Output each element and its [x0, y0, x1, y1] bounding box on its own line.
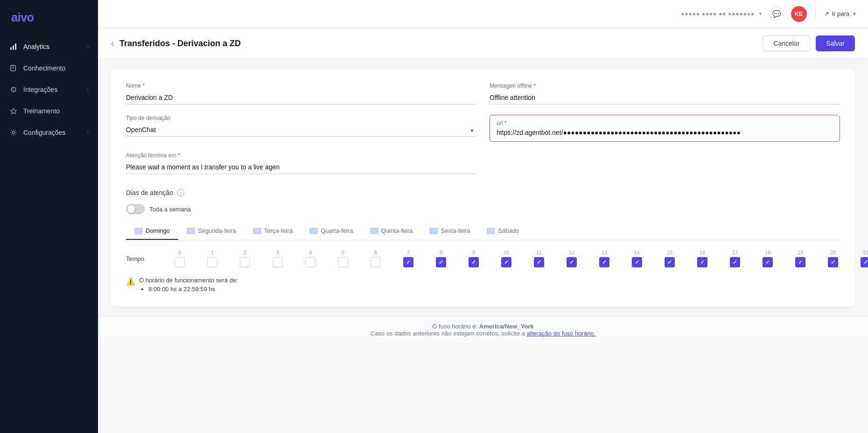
time-col-15: 15 [653, 250, 686, 267]
toggle-knob [127, 205, 135, 213]
domingo-tab-icon [134, 228, 143, 234]
time-checkbox-12[interactable] [567, 257, 577, 267]
tipo-select-wrapper: OpenChat Zendesk Freshdesk ▼ [126, 124, 476, 137]
account-name: ●●●●● ●●●● ●● ●●●●●●● [681, 10, 755, 17]
sidebar-item-conhecimento[interactable]: Conhecimento [0, 57, 98, 79]
tab-quinta[interactable]: Quinta-feira [362, 223, 421, 240]
time-checkbox-16[interactable] [697, 257, 707, 267]
tab-quarta[interactable]: Quarta-feira [301, 223, 361, 240]
sidebar-item-analytics[interactable]: Analytics › [0, 36, 98, 57]
ir-para-button[interactable]: ↗ Ir para ▼ [824, 10, 857, 17]
time-num-14: 14 [634, 250, 640, 255]
segunda-tab-icon [187, 228, 195, 234]
time-checkbox-7[interactable] [403, 257, 413, 267]
tab-sabado[interactable]: Sábado [478, 223, 527, 240]
time-checkbox-5[interactable] [338, 257, 348, 267]
form-group-url: url * [490, 115, 840, 142]
time-checkbox-4[interactable] [305, 257, 315, 267]
ir-para-label: Ir para [832, 10, 850, 17]
time-checkbox-19[interactable] [795, 257, 805, 267]
sidebar-item-integracoes[interactable]: Integrações › [0, 79, 98, 100]
sidebar-item-treinamento[interactable]: Treinamento [0, 100, 98, 122]
avatar[interactable]: KE [791, 6, 807, 22]
tab-domingo[interactable]: Domingo [126, 223, 178, 240]
time-checkbox-13[interactable] [599, 257, 609, 267]
tipo-derivacao-select[interactable]: OpenChat Zendesk Freshdesk [126, 124, 476, 137]
time-col-1: 1 [196, 250, 229, 267]
time-num-13: 13 [602, 250, 607, 255]
topbar-account[interactable]: ●●●●● ●●●● ●● ●●●●●●● ▼ [681, 10, 763, 17]
time-num-11: 11 [536, 250, 542, 255]
time-col-19: 19 [784, 250, 817, 267]
sexta-tab-label: Sexta-feira [441, 227, 470, 234]
save-button[interactable]: Salvar [816, 35, 855, 51]
time-col-5: 5 [327, 250, 359, 267]
toda-semana-toggle[interactable] [126, 204, 145, 214]
time-checkbox-3[interactable] [273, 257, 283, 267]
sidebar-item-configuracoes[interactable]: Configurações › [0, 122, 98, 143]
sabado-tab-icon [487, 228, 495, 234]
time-checkbox-1[interactable] [207, 257, 217, 267]
form-group-mensagem: Mensagen offline * [490, 83, 840, 105]
quinta-tab-label: Quinta-feira [381, 227, 413, 234]
day-tabs: Domingo Segunda-feira Terça-feira Quarta… [126, 223, 840, 240]
time-checkbox-11[interactable] [534, 257, 544, 267]
back-button[interactable]: ‹ [111, 39, 114, 49]
time-checkbox-17[interactable] [730, 257, 740, 267]
cancel-button[interactable]: Cancelar [763, 35, 810, 51]
dias-atencao-section-title: Dias de atenção i [126, 189, 840, 196]
form-row-3: Atenção termina em * [126, 152, 840, 174]
nome-input[interactable] [126, 92, 476, 105]
time-num-18: 18 [765, 250, 770, 255]
time-checkbox-10[interactable] [501, 257, 511, 267]
analytics-chevron-icon: › [87, 44, 89, 49]
time-checkbox-0[interactable] [175, 257, 185, 267]
warning-text: O horário de funcionamento será de: 8:00… [139, 277, 238, 293]
time-col-21: 21 [849, 250, 868, 267]
time-col-0: 0 [163, 250, 196, 267]
tab-sexta[interactable]: Sexta-feira [421, 223, 478, 240]
chat-icon[interactable]: 💬 [770, 7, 784, 21]
warning-icon: ⚠️ [126, 277, 135, 286]
time-col-16: 16 [686, 250, 719, 267]
toda-semana-label: Toda a semana [149, 206, 191, 213]
time-num-3: 3 [276, 250, 279, 255]
tab-terca[interactable]: Terça-feira [245, 223, 301, 240]
page-header: ‹ Transferidos - Derivacion a ZD Cancela… [98, 28, 868, 59]
tipo-derivacao-label: Tipo de derivação [126, 115, 476, 121]
time-checkbox-21[interactable] [861, 257, 868, 267]
sidebar-item-configuracoes-label: Configurações [23, 129, 65, 136]
change-link[interactable]: alteração do fuso horário. [527, 330, 595, 337]
atencao-termina-input[interactable] [126, 161, 476, 174]
url-input[interactable] [497, 129, 833, 136]
time-checkbox-2[interactable] [240, 257, 250, 267]
time-checkbox-9[interactable] [469, 257, 479, 267]
form-group-placeholder [490, 152, 840, 174]
time-num-8: 8 [440, 250, 442, 255]
form-area: Nome * Mensagen offline * Tipo de deriva… [98, 59, 868, 433]
time-checkbox-15[interactable] [665, 257, 675, 267]
logo: aivo [0, 0, 98, 34]
tab-segunda[interactable]: Segunda-feira [178, 223, 245, 240]
time-checkbox-18[interactable] [763, 257, 773, 267]
sidebar-nav: Analytics › Conhecimento Integrações › [0, 34, 98, 433]
mensagem-label: Mensagen offline * [490, 83, 840, 89]
sabado-tab-label: Sábado [498, 227, 519, 234]
topbar: ●●●●● ●●●● ●● ●●●●●●● ▼ 💬 KE ↗ Ir para ▼ [98, 0, 868, 28]
account-dropdown-icon[interactable]: ▼ [758, 11, 763, 16]
form-group-atencao: Atenção termina em * [126, 152, 476, 174]
mensagem-offline-input[interactable] [490, 92, 840, 105]
time-col-8: 8 [425, 250, 457, 267]
time-num-4: 4 [309, 250, 312, 255]
dias-atencao-label: Dias de atenção [126, 189, 173, 196]
time-checkbox-6[interactable] [371, 257, 381, 267]
topbar-divider [815, 7, 816, 21]
integracoes-chevron-icon: › [87, 87, 89, 92]
footer-bar: O fuso horário é: America/New_York Caso … [98, 316, 868, 343]
info-icon[interactable]: i [177, 189, 184, 196]
time-checkbox-20[interactable] [828, 257, 838, 267]
time-num-21: 21 [863, 250, 868, 255]
time-checkbox-8[interactable] [436, 257, 446, 267]
svg-rect-2 [15, 43, 16, 50]
time-checkbox-14[interactable] [632, 257, 642, 267]
